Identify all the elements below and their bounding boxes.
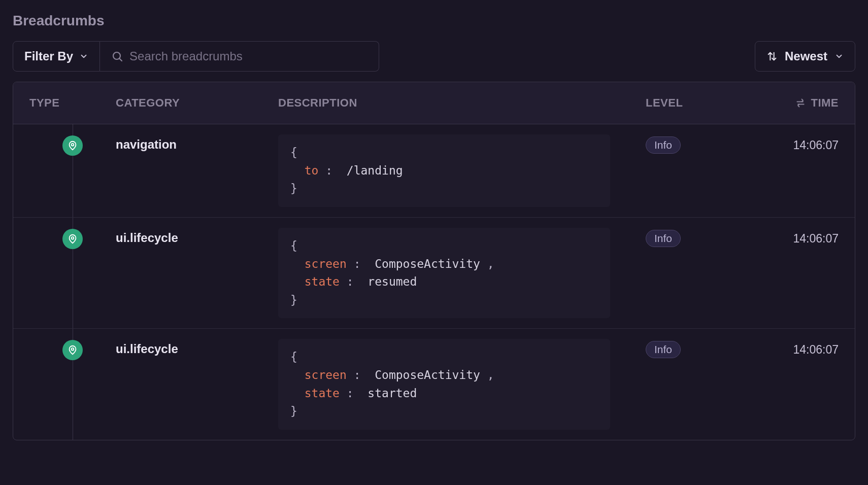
- level-badge: Info: [646, 136, 681, 154]
- th-category: CATEGORY: [116, 96, 278, 110]
- level-cell: Info: [646, 228, 742, 319]
- table-row: ui.lifecycle{ screen : ComposeActivity ,…: [13, 218, 855, 329]
- location-pin-icon: [62, 229, 83, 249]
- table-row: ui.lifecycle{ screen : ComposeActivity ,…: [13, 329, 855, 440]
- swap-icon: [795, 98, 806, 108]
- th-level: LEVEL: [646, 96, 742, 110]
- svg-point-3: [72, 237, 74, 239]
- toolbar: Filter By Newest: [13, 41, 855, 72]
- time-cell: 14:06:07: [742, 134, 839, 207]
- level-cell: Info: [646, 134, 742, 207]
- location-pin-icon: [62, 135, 83, 156]
- filter-by-label: Filter By: [24, 49, 73, 63]
- sort-button[interactable]: Newest: [755, 41, 855, 72]
- th-time-label: TIME: [811, 96, 839, 110]
- chevron-down-icon: [834, 52, 844, 61]
- time-cell: 14:06:07: [742, 228, 839, 319]
- breadcrumbs-table: TYPE CATEGORY DESCRIPTION LEVEL TIME nav…: [13, 82, 855, 440]
- sort-label: Newest: [785, 49, 827, 63]
- filter-by-button[interactable]: Filter By: [13, 41, 100, 72]
- code-block: { screen : ComposeActivity , state : sta…: [278, 339, 610, 430]
- description-cell: { screen : ComposeActivity , state : res…: [278, 228, 646, 319]
- level-cell: Info: [646, 339, 742, 430]
- code-block: { screen : ComposeActivity , state : res…: [278, 228, 610, 319]
- type-cell: [29, 134, 116, 207]
- th-type: TYPE: [29, 96, 116, 110]
- level-badge: Info: [646, 341, 681, 358]
- svg-point-2: [72, 144, 74, 146]
- th-time[interactable]: TIME: [742, 96, 839, 110]
- category-cell: navigation: [116, 134, 278, 207]
- search-icon: [111, 50, 123, 62]
- table-row: navigation{ to : /landing }Info14:06:07: [13, 124, 855, 218]
- svg-point-4: [72, 348, 74, 351]
- time-cell: 14:06:07: [742, 339, 839, 430]
- chevron-down-icon: [79, 52, 88, 61]
- level-badge: Info: [646, 230, 681, 247]
- th-description: DESCRIPTION: [278, 96, 646, 110]
- category-cell: ui.lifecycle: [116, 228, 278, 319]
- category-cell: ui.lifecycle: [116, 339, 278, 430]
- sort-arrows-icon: [766, 51, 778, 62]
- svg-line-1: [119, 58, 122, 61]
- location-pin-icon: [62, 340, 83, 360]
- table-header: TYPE CATEGORY DESCRIPTION LEVEL TIME: [13, 82, 855, 124]
- description-cell: { to : /landing }: [278, 134, 646, 207]
- search-input[interactable]: [129, 49, 368, 63]
- type-cell: [29, 339, 116, 430]
- search-field-wrap: [100, 41, 379, 72]
- description-cell: { screen : ComposeActivity , state : sta…: [278, 339, 646, 430]
- section-title: Breadcrumbs: [13, 13, 855, 29]
- type-cell: [29, 228, 116, 319]
- code-block: { to : /landing }: [278, 134, 610, 207]
